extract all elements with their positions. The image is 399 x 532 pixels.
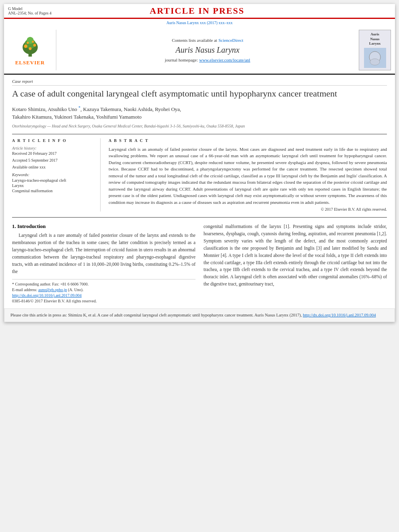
history-label: Article history: [12,146,94,150]
svg-point-10 [370,59,380,65]
authors-text: Kotaro Shimizu, Atsuhiko Uno *, Kazuya T… [12,106,181,120]
thumb-line2: Nasus [369,37,381,42]
body-left-column: 1. Introduction Laryngeal cleft is a rar… [12,223,195,304]
email-link[interactable]: auno@gh.opho.jp [38,288,67,292]
abstract-column: A B S T R A C T Laryngeal cleft is an an… [109,138,387,212]
svg-point-7 [27,42,29,44]
citation-doi-link[interactable]: http://dx.doi.org/10.1016/j.anl.2017.09.… [303,313,376,317]
main-content: Case report A case of adult congenital l… [4,75,395,308]
homepage-label: journal homepage: [165,58,198,62]
abstract-heading: A B S T R A C T [109,138,387,143]
thumb-line3: Larynx [369,41,381,46]
body-text-section: 1. Introduction Laryngeal cleft is a rar… [12,223,387,304]
elsevier-tree-icon [16,34,44,58]
corresponding-author-note: * Corresponding author. Fax: +81 6 6606 … [12,282,195,286]
anl-number: ANL-2354; No. of Pages 4 [8,11,51,15]
g-model-label: G Model [8,6,51,11]
contents-available-line: Contents lists available at ScienceDirec… [172,37,243,43]
corresponding-text: * Corresponding author. Fax: +81 6 6606 … [12,282,88,286]
sciencedirect-link[interactable]: ScienceDirect [218,38,243,43]
article-info-heading: A R T I C L E I N F O [12,138,94,143]
journal-info-center: Contents lists available at ScienceDirec… [60,30,355,70]
affiliation-text: Otorhinolaryngology — Head and Neck Surg… [12,123,387,129]
doi-link[interactable]: http://dx.doi.org/10.1016/j.anl.2017.09.… [12,293,82,298]
email-person: (A. Uno). [68,288,84,292]
issn-text: 0385-8146/© 2017 Elsevier B.V. All right… [12,299,97,303]
introduction-heading: 1. Introduction [12,223,195,230]
email-note: E-mail address: auno@gh.opho.jp (A. Uno)… [12,288,195,292]
svg-point-5 [33,44,36,47]
page: G Model ANL-2354; No. of Pages 4 ARTICLE… [4,4,395,322]
journal-header: ELSEVIER Contents lists available at Sci… [4,27,395,75]
citation-bar: Please cite this article in press as: Sh… [4,308,395,322]
homepage-url[interactable]: www.elsevier.com/locate/anl [199,58,250,62]
svg-point-4 [24,45,27,48]
available-online: Available online xxx [12,165,94,169]
accepted-date: Accepted 5 September 2017 [12,158,94,162]
article-in-press-banner: ARTICLE IN PRESS [51,6,343,16]
received-date: Received 20 February 2017 [12,151,94,156]
email-label: E-mail address: [12,288,37,292]
introduction-text-right: congenital malformations of the larynx [… [204,223,387,288]
article-info-abstract-section: A R T I C L E I N F O Article history: R… [12,134,387,212]
journal-homepage-line: journal homepage: www.elsevier.com/locat… [165,57,250,63]
doi-footnote: http://dx.doi.org/10.1016/j.anl.2017.09.… [12,293,195,298]
section-divider [12,217,387,218]
journal-title: Auris Nasus Larynx [176,45,240,55]
journal-reference-line: Auris Nasus Larynx xxx (2017) xxx–xxx [4,19,395,27]
keywords-label: Keywords: [12,173,94,177]
issn-footnote: 0385-8146/© 2017 Elsevier B.V. All right… [12,299,195,303]
abstract-text: Laryngeal cleft is an anomaly of failed … [109,146,387,206]
abstract-copyright: © 2017 Elsevier B.V. All rights reserved… [109,207,387,212]
footnotes-section: * Corresponding author. Fax: +81 6 6606 … [12,279,195,303]
keyword-3: Congenital malformation [12,189,94,193]
top-banner: G Model ANL-2354; No. of Pages 4 ARTICLE… [4,4,395,19]
body-right-column: congenital malformations of the larynx [… [204,223,387,304]
article-info-column: A R T I C L E I N F O Article history: R… [12,138,101,212]
intro-title: Introduction [17,223,46,229]
journal-thumbnail: Auris Nasus Larynx [359,30,391,70]
g-model-info: G Model ANL-2354; No. of Pages 4 [8,6,51,15]
citation-text: Please cite this article in press as: Sh… [10,313,302,317]
keyword-1: Laryngo-tracheo-esophageal cleft [12,178,94,183]
contents-label: Contents lists available at [172,38,217,43]
article-title: A case of adult congenital laryngeal cle… [12,88,387,100]
elsevier-wordmark: ELSEVIER [15,60,45,66]
thumb-image [364,48,386,68]
introduction-text-left: Laryngeal cleft is a rare anomaly of fai… [12,232,195,275]
journal-ref-text: Auris Nasus Larynx xxx (2017) xxx–xxx [167,21,233,25]
thumb-line1: Auris [369,32,381,37]
authors-line: Kotaro Shimizu, Atsuhiko Uno *, Kazuya T… [12,105,387,121]
elsevier-logo: ELSEVIER [8,30,56,70]
article-type-label: Case report [12,79,387,86]
svg-point-6 [29,47,31,50]
keyword-2: Larynx [12,183,94,188]
intro-number: 1. [12,223,16,229]
svg-point-8 [32,41,34,43]
